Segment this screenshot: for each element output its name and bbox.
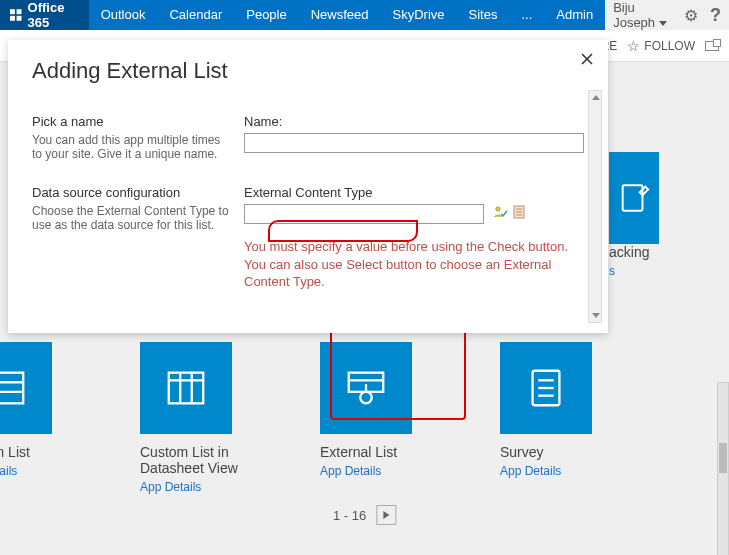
suite-right: Biju Joseph ⚙ ? — [605, 0, 729, 30]
suite-link-more[interactable]: ... — [509, 0, 544, 30]
pick-name-head: Pick a name — [32, 114, 232, 129]
svg-rect-0 — [10, 9, 15, 14]
svg-rect-2 — [10, 16, 15, 21]
dialog-title: Adding External List — [32, 58, 584, 84]
name-input[interactable] — [244, 133, 584, 153]
ect-label: External Content Type — [244, 185, 584, 200]
ect-validation-message: You must specify a value before using th… — [244, 238, 584, 291]
tile-link[interactable]: App Details — [320, 464, 470, 478]
svg-point-14 — [360, 392, 372, 404]
follow-label: FOLLOW — [644, 39, 695, 53]
star-icon: ☆ — [627, 38, 640, 54]
suite-link-skydrive[interactable]: SkyDrive — [381, 0, 457, 30]
pick-name-sub: You can add this app multiple times to y… — [32, 133, 232, 161]
ds-config-head: Data source configuration — [32, 185, 232, 200]
page-scrollbar[interactable] — [717, 382, 729, 555]
follow-button[interactable]: ☆ FOLLOW — [627, 38, 695, 54]
partial-background-tile: acking s — [609, 152, 659, 278]
svg-rect-1 — [17, 9, 22, 14]
close-icon — [580, 52, 594, 66]
tile-custom-list-datasheet[interactable]: Custom List in Datasheet View App Detail… — [140, 342, 290, 494]
svg-rect-4 — [623, 185, 643, 211]
suite-link-calendar[interactable]: Calendar — [157, 0, 234, 30]
svg-marker-20 — [383, 511, 389, 519]
tile-link[interactable]: App Details — [0, 464, 110, 478]
suite-bar: Office 365 Outlook Calendar People Newsf… — [0, 0, 729, 30]
svg-point-23 — [496, 207, 500, 211]
svg-rect-5 — [0, 373, 23, 404]
suite-link-people[interactable]: People — [234, 0, 298, 30]
bg-tile-link-partial[interactable]: s — [609, 264, 659, 278]
brand: Office 365 — [0, 0, 89, 30]
dialog-scrollbar[interactable] — [588, 90, 602, 323]
help-icon[interactable]: ? — [706, 5, 729, 26]
tile-link[interactable]: App Details — [500, 464, 650, 478]
survey-icon — [523, 365, 569, 411]
browse-ect-icon — [512, 204, 528, 220]
suite-link-outlook[interactable]: Outlook — [89, 0, 158, 30]
app-tile-row: Custom List App Details Custom List in D… — [0, 342, 650, 494]
suite-link-newsfeed[interactable]: Newsfeed — [299, 0, 381, 30]
svg-rect-3 — [17, 16, 22, 21]
external-list-icon — [343, 365, 389, 411]
custom-list-icon — [0, 365, 29, 411]
brand-label: Office 365 — [28, 0, 79, 30]
tile-custom-list[interactable]: Custom List App Details — [0, 342, 110, 494]
ds-config-sub: Choose the External Content Type to use … — [32, 204, 232, 232]
name-field-label: Name: — [244, 114, 584, 129]
suite-link-admin[interactable]: Admin — [544, 0, 605, 30]
pager-next-button[interactable] — [376, 505, 396, 525]
office-logo-icon — [10, 8, 22, 22]
tile-link[interactable]: App Details — [140, 480, 290, 494]
pager: 1 - 16 — [333, 505, 396, 525]
tile-title: External List — [320, 444, 470, 460]
tile-title: Custom List — [0, 444, 110, 460]
datasheet-icon — [163, 365, 209, 411]
ect-input[interactable] — [244, 204, 484, 224]
dialog-close-button[interactable] — [580, 52, 594, 70]
issue-tracking-icon — [617, 181, 651, 215]
chevron-right-icon — [382, 511, 390, 519]
adding-external-list-dialog: Adding External List Pick a name You can… — [8, 40, 608, 333]
focus-content-icon[interactable] — [705, 41, 719, 51]
tile-external-list[interactable]: External List App Details — [320, 342, 470, 494]
select-ect-button[interactable] — [512, 204, 528, 220]
tile-title: Survey — [500, 444, 650, 460]
pager-range: 1 - 16 — [333, 508, 366, 523]
check-names-icon — [492, 204, 508, 220]
suite-links: Outlook Calendar People Newsfeed SkyDriv… — [89, 0, 606, 30]
tile-survey[interactable]: Survey App Details — [500, 342, 650, 494]
gear-icon[interactable]: ⚙ — [676, 6, 706, 25]
bg-tile-title-partial: acking — [609, 244, 659, 260]
tile-title: Custom List in Datasheet View — [140, 444, 290, 476]
suite-link-sites[interactable]: Sites — [457, 0, 510, 30]
check-name-button[interactable] — [492, 204, 508, 220]
user-menu[interactable]: Biju Joseph — [605, 0, 676, 30]
svg-rect-8 — [169, 373, 204, 404]
